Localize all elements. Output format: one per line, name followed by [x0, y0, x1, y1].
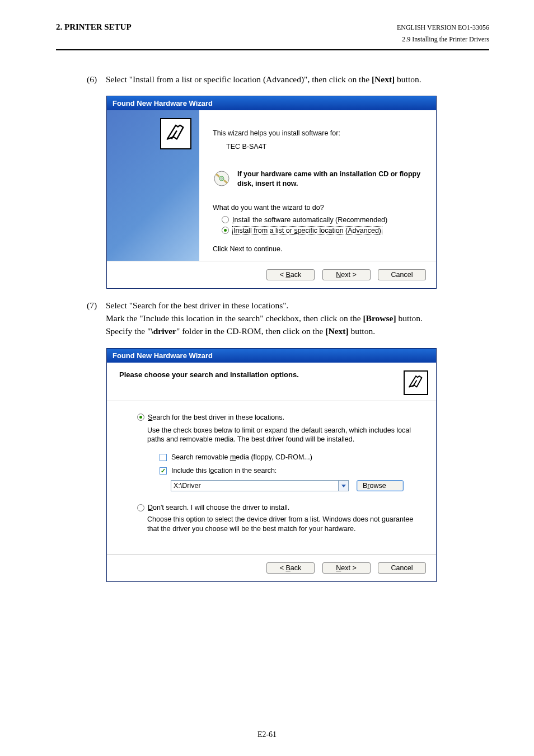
step-7: (7) Select "Search for the best driver i… — [87, 299, 489, 338]
dialog2-heading: Please choose your search and installati… — [119, 370, 299, 379]
chevron-down-icon[interactable] — [339, 480, 349, 491]
cancel-button[interactable]: Cancel — [378, 269, 426, 280]
step-7-number: (7) — [87, 299, 106, 338]
radio-icon — [222, 216, 229, 223]
step-6: (6) Select "Install from a list or speci… — [87, 73, 489, 86]
dialog1-cd-text: If your hardware came with an installati… — [237, 170, 423, 188]
back-button[interactable]: < Back — [266, 562, 315, 574]
subsection-title: 2.9 Installing the Printer Drivers — [56, 35, 489, 44]
hardware-icon — [160, 118, 191, 149]
dialog1-continue: Click Next to continue. — [213, 245, 423, 253]
header-rule — [56, 49, 489, 50]
checkbox-removable-media[interactable]: Search removable media (floppy, CD-ROM..… — [160, 453, 419, 461]
page-number: E2-61 — [0, 730, 534, 739]
step-6-number: (6) — [87, 73, 106, 86]
step-7-text: Select "Search for the best driver in th… — [106, 299, 489, 338]
cd-icon — [213, 170, 231, 187]
next-button[interactable]: Next > — [322, 269, 371, 280]
radio-search-help: Use the check boxes below to limit or ex… — [147, 426, 419, 445]
radio-icon — [137, 504, 144, 511]
radio-install-advanced[interactable]: Install from a list or specific location… — [222, 226, 423, 235]
dialog-found-new-hardware-1: Found New Hardware Wizard This wizard he… — [106, 96, 437, 289]
radio-dont-search-help: Choose this option to select the device … — [147, 515, 419, 534]
radio-icon — [222, 227, 229, 234]
cancel-button[interactable]: Cancel — [378, 562, 426, 574]
version-text: ENGLISH VERSION EO1-33056 — [397, 24, 489, 32]
checkbox-icon — [160, 454, 167, 461]
section-title: 2. PRINTER SETUP — [56, 22, 132, 32]
checkbox-include-location[interactable]: ✓ Include this location in the search: — [160, 467, 419, 475]
dialog1-intro: This wizard helps you install software f… — [213, 129, 423, 137]
dialog1-product: TEC B-SA4T — [226, 143, 423, 151]
back-button[interactable]: < Back — [266, 269, 315, 280]
dialog1-titlebar: Found New Hardware Wizard — [107, 96, 436, 110]
radio-dont-search[interactable]: Don't search. I will choose the driver t… — [137, 504, 419, 511]
dialog1-question: What do you want the wizard to do? — [213, 204, 423, 212]
radio-search-best[interactable]: Search for the best driver in these loca… — [137, 414, 419, 421]
browse-button[interactable]: Browse — [357, 480, 404, 491]
dialog1-side-graphic — [107, 110, 199, 261]
page-header: 2. PRINTER SETUP ENGLISH VERSION EO1-330… — [56, 22, 489, 32]
dialog2-titlebar: Found New Hardware Wizard — [107, 349, 436, 363]
hardware-icon — [404, 370, 428, 395]
checkbox-icon: ✓ — [160, 467, 167, 475]
dialog-found-new-hardware-2: Found New Hardware Wizard Please choose … — [106, 348, 437, 583]
radio-install-auto[interactable]: Install the software automatically (Reco… — [222, 216, 423, 224]
svg-point-2 — [221, 178, 223, 180]
location-path-input[interactable] — [171, 480, 339, 491]
next-button[interactable]: Next > — [322, 562, 371, 574]
radio-icon — [137, 414, 144, 421]
step-6-text: Select "Install from a list or specific … — [106, 73, 489, 86]
